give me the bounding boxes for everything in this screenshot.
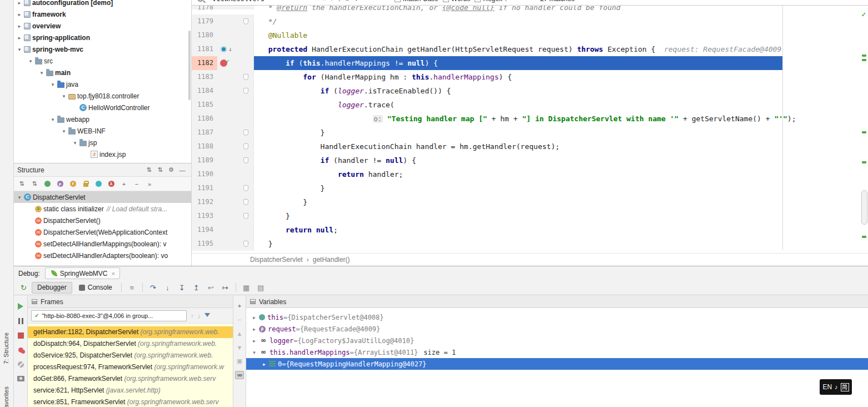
gutter-icons[interactable] <box>217 237 240 251</box>
layout-settings-icon[interactable]: ▤ <box>255 282 267 293</box>
chevron-expanded-icon[interactable]: ▾ <box>49 82 56 87</box>
editor-line[interactable]: 1188 HandlerExecutionChain handler = hm.… <box>192 140 868 153</box>
thread-dump-button[interactable] <box>16 375 25 383</box>
project-tree-item[interactable]: ▸overview <box>14 20 191 32</box>
stop-button[interactable] <box>16 331 25 339</box>
project-tree-item[interactable]: ▸autoconfiguration [demo] <box>14 0 191 8</box>
show-anonymous-classes-icon[interactable] <box>93 179 104 189</box>
variable-row[interactable]: ▸oologger = {LogFactory$JavaUtilLog@4010… <box>246 335 868 346</box>
fold-column[interactable] <box>240 195 254 209</box>
hide-frames-filter-icon[interactable] <box>204 313 210 317</box>
variable-row[interactable]: ▸0 = {RequestMappingHandlerMapping@4027} <box>246 358 868 370</box>
editor-line[interactable]: 1190 return handler; <box>192 167 868 181</box>
chevron-expanded-icon[interactable]: ▾ <box>251 350 258 355</box>
line-number[interactable]: 1184 <box>192 84 217 98</box>
prev-frame-icon[interactable]: ↑ <box>191 312 194 319</box>
project-tree-item[interactable]: ▾WEB-INF <box>14 125 191 137</box>
step-out-icon[interactable]: ↥ <box>190 282 203 293</box>
chevron-expanded-icon[interactable]: ▾ <box>49 117 56 122</box>
project-tree-item[interactable]: ▾jsp <box>14 137 191 148</box>
fold-column[interactable] <box>240 167 254 181</box>
line-number[interactable]: 1193 <box>192 209 217 223</box>
fold-column[interactable] <box>240 181 254 195</box>
line-number[interactable]: 1186 <box>192 112 217 126</box>
project-tree-item[interactable]: ▾webapp <box>14 113 191 125</box>
line-number[interactable]: 1194 <box>192 223 217 237</box>
fold-column[interactable] <box>240 140 254 153</box>
mute-breakpoints-button[interactable] <box>16 360 25 368</box>
ime-indicator[interactable]: EN ♪ 简 <box>820 379 852 395</box>
tab-springwebmvc[interactable]: SpringWebMVC × <box>45 267 120 279</box>
expand-all-icon[interactable]: + <box>118 179 129 189</box>
fold-column[interactable] <box>240 56 254 70</box>
project-tree-item[interactable]: ▾src <box>14 55 191 67</box>
structure-tree-item[interactable]: mDispatcherServlet(WebApplicationContext <box>14 226 191 238</box>
chevron-collapsed-icon[interactable]: ▸ <box>251 338 258 344</box>
chevron-expanded-icon[interactable]: ▾ <box>72 140 78 146</box>
fold-column[interactable] <box>240 70 254 84</box>
chevron-collapsed-icon[interactable]: ▸ <box>16 35 23 41</box>
line-number[interactable]: 1191 <box>192 181 217 195</box>
project-tree-item[interactable]: Jindex.jsp <box>14 148 191 160</box>
fold-column[interactable] <box>240 42 254 56</box>
tab-debugger[interactable]: Debugger <box>32 282 72 294</box>
gutter-icons[interactable] <box>217 14 240 28</box>
frame-row[interactable]: doService:925, DispatcherServlet (org.sp… <box>28 350 233 361</box>
line-number[interactable]: 1188 <box>192 140 217 153</box>
editor-line[interactable]: 1193 } <box>192 209 868 223</box>
gutter-icons[interactable] <box>217 70 240 84</box>
breadcrumb-item-class[interactable]: DispatcherServlet <box>250 256 303 264</box>
prev-match-icon[interactable]: ↑ <box>330 0 333 2</box>
editor-line[interactable]: 1184 if (logger.isTraceEnabled()) { <box>192 84 868 98</box>
tab-console[interactable]: Console <box>74 282 117 294</box>
gutter-icons[interactable] <box>217 209 240 223</box>
sort-alpha-icon[interactable]: ⇅ <box>16 179 27 189</box>
line-number[interactable]: 1187 <box>192 126 217 140</box>
pause-button[interactable] <box>16 317 25 325</box>
line-number[interactable]: 1195 <box>192 237 217 251</box>
line-number[interactable]: 1183 <box>192 70 217 84</box>
variable-row[interactable]: ▾oothis.handlerMappings = {ArrayList@401… <box>246 346 868 358</box>
gutter-icons[interactable] <box>217 6 240 9</box>
gutter-icons[interactable] <box>217 112 240 126</box>
search-input[interactable]: viewResolvers <box>212 0 318 3</box>
sort-icon[interactable]: ⇅ <box>143 166 154 173</box>
chevron-expanded-icon[interactable]: ▾ <box>16 195 23 200</box>
frame-row[interactable]: doGet:866, FrameworkServlet (org.springf… <box>28 373 233 385</box>
chevron-expanded-icon[interactable]: ▾ <box>27 58 34 64</box>
remove-watch-button[interactable]: − <box>235 315 244 324</box>
match-case-checkbox[interactable]: Match Case <box>395 0 438 3</box>
words-checkbox[interactable]: Words <box>443 0 470 3</box>
line-number[interactable]: 1181 <box>192 42 217 56</box>
chevron-expanded-icon[interactable]: ▾ <box>61 93 67 99</box>
move-watch-up-button[interactable]: ▲ <box>235 329 244 337</box>
chevron-collapsed-icon[interactable]: ▸ <box>261 361 268 367</box>
editor-line[interactable]: 1182✓ if (this.handlerMappings != null) … <box>192 56 868 70</box>
show-non-public-icon[interactable] <box>80 179 91 189</box>
find-filter-icon[interactable]: ▼ <box>353 0 360 2</box>
next-frame-icon[interactable]: ↓ <box>198 312 201 319</box>
structure-tree-item[interactable]: msetDetectAllHandlerAdapters(boolean): v… <box>14 250 191 261</box>
fold-column[interactable] <box>240 126 254 140</box>
frame-row[interactable]: service:851, FrameworkServlet (org.sprin… <box>28 396 233 407</box>
sort-visibility-icon[interactable]: ⇅ <box>29 179 40 189</box>
fold-column[interactable] <box>240 209 254 223</box>
variable-row[interactable]: ▸prequest = {RequestFacade@4009} <box>246 323 868 335</box>
filter-icon[interactable]: ⇅ <box>154 166 166 173</box>
project-tree-item[interactable]: ▾java <box>14 78 191 90</box>
gutter-icons[interactable] <box>217 195 240 209</box>
line-number[interactable]: 1190 <box>192 167 217 181</box>
project-tree-item[interactable]: ▸framework <box>14 8 191 20</box>
line-number[interactable]: 1189 <box>192 153 217 167</box>
show-inherited-icon[interactable] <box>42 179 53 189</box>
fold-column[interactable] <box>240 237 254 251</box>
view-options-grid-icon[interactable]: ▦ <box>240 282 253 293</box>
step-into-icon[interactable]: ↓ <box>161 282 174 293</box>
editor-line[interactable]: 1178 * @return the handlerExecutionChain… <box>192 6 868 14</box>
project-tree-item[interactable]: CHelloWorldController <box>14 102 191 113</box>
project-tree-item[interactable]: ▸spring-application <box>14 32 191 43</box>
editor-scrollbar[interactable]: ✓ <box>860 0 868 253</box>
scrollbar-thumb[interactable] <box>861 190 867 225</box>
editor-line[interactable]: 1185 logger.trace( <box>192 98 868 112</box>
find-options-icon[interactable]: ≡ <box>345 0 348 2</box>
